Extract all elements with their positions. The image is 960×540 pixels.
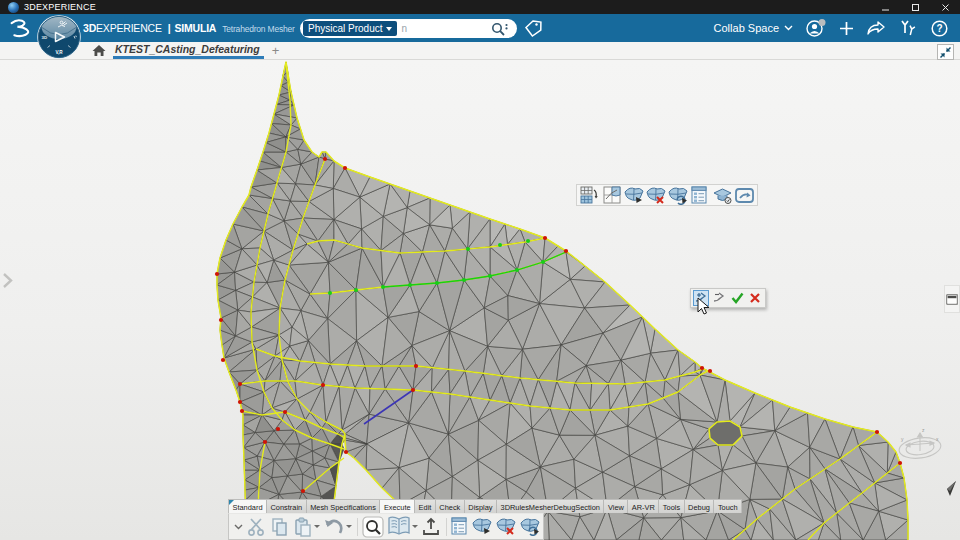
remove-edge-button[interactable]	[711, 290, 727, 306]
search-input[interactable]: n	[401, 23, 491, 34]
svg-text:z: z	[922, 427, 925, 433]
ribbon-tab-execute[interactable]: Execute	[380, 500, 415, 513]
mesher-floating-toolbar	[576, 184, 758, 206]
dropdown-caret-icon	[386, 27, 392, 31]
right-panel-handle[interactable]	[944, 285, 960, 313]
ribbon-tab-touch[interactable]: Touch	[714, 500, 742, 513]
ribbon-tab-constrain[interactable]: Constrain	[267, 500, 307, 513]
document-tab[interactable]: KTEST_CAsting_Defeaturing	[113, 42, 264, 59]
remesh-icon	[472, 517, 493, 536]
ribbon-tab-view[interactable]: View	[604, 500, 628, 513]
remesh-tool-button[interactable]	[471, 515, 495, 539]
export-icon	[421, 517, 441, 537]
copy-icon	[270, 517, 290, 537]
maximize-button[interactable]	[900, 0, 930, 14]
zoom-button[interactable]	[361, 515, 386, 539]
undo-dropdown-caret[interactable]	[346, 525, 352, 528]
surface-partition-button[interactable]	[601, 185, 623, 205]
chevron-down-icon	[784, 25, 793, 31]
cancel-button[interactable]	[747, 290, 763, 306]
ribbon-tab-mesh-specifications[interactable]: Mesh Specifications	[307, 500, 381, 513]
collapse-arrows-icon	[939, 46, 952, 59]
document-tabbar: KTEST_CAsting_Defeaturing +	[0, 42, 960, 60]
tetrahedron-mesh[interactable]	[0, 60, 960, 540]
left-panel-handle[interactable]	[2, 272, 13, 289]
ribbon-tab-edit[interactable]: Edit	[415, 500, 436, 513]
brand-text: 3DEXPERIENCE|SIMULIATetrahedron Mesher	[83, 22, 295, 34]
undo-button[interactable]	[322, 515, 354, 539]
ribbon-tab-display[interactable]: Display	[465, 500, 497, 513]
mesh-transfer-icon	[580, 186, 600, 205]
svg-text:3D: 3D	[42, 35, 48, 40]
close-button[interactable]	[930, 0, 960, 14]
cancel-icon	[749, 292, 761, 304]
help-icon[interactable]: ?	[931, 20, 948, 37]
brand-app: SIMULIA	[174, 22, 216, 34]
toolbar-separator	[446, 518, 447, 536]
replay-icon	[734, 186, 755, 205]
mesh-specification-tool-button[interactable]	[450, 515, 471, 539]
header-actions: Collab Space ?	[714, 19, 960, 37]
exit-fullscreen-button[interactable]	[937, 44, 954, 60]
copy-button[interactable]	[269, 515, 292, 539]
update-mesh-icon	[520, 517, 541, 536]
app-window-icon	[8, 2, 19, 13]
export-button[interactable]	[420, 515, 443, 539]
zoom-icon	[362, 516, 384, 538]
3d-compass[interactable]: V,R 3D	[37, 15, 81, 59]
community-icon[interactable]	[898, 20, 918, 36]
ok-button[interactable]	[729, 290, 745, 306]
ribbon-tab-strip: StandardConstrainMesh SpecificationsExec…	[228, 499, 742, 513]
app-role-name: Tetrahedron Mesher	[222, 24, 294, 34]
update-mesh-button[interactable]	[667, 185, 689, 205]
mesh-specification-button[interactable]	[689, 185, 711, 205]
learning-icon	[712, 186, 733, 205]
learning-button[interactable]	[711, 185, 733, 205]
brand-separator: |	[168, 22, 171, 34]
search-bar[interactable]: Physical Product n	[300, 19, 517, 38]
paste-button[interactable]	[292, 515, 322, 539]
svg-text:V,R: V,R	[55, 50, 63, 55]
3d-viewport[interactable]: z x y	[0, 60, 960, 540]
cut-icon	[247, 517, 267, 537]
home-icon[interactable]	[92, 44, 106, 57]
ribbon-tab-3drulesmesherdebugsection[interactable]: 3DRulesMesherDebugSection	[497, 500, 604, 513]
ribbon-toolbar	[228, 513, 544, 540]
ribbon-tab-debug[interactable]: Debug	[685, 500, 715, 513]
delete-mesh-tool-button[interactable]	[495, 515, 519, 539]
delete-mesh-button[interactable]	[645, 185, 667, 205]
mesh-specification-icon	[691, 186, 709, 205]
minimize-button[interactable]	[870, 0, 900, 14]
ribbon-tab-standard[interactable]: Standard	[229, 500, 267, 513]
ribbon-tab-tools[interactable]: Tools	[659, 500, 684, 513]
toolbar-collapse-button[interactable]	[229, 515, 246, 539]
update-mesh-icon	[668, 186, 689, 205]
paste-dropdown-caret[interactable]	[314, 525, 320, 528]
toolbar-separator	[357, 518, 358, 536]
paste-icon	[293, 517, 313, 537]
share-icon[interactable]	[867, 21, 885, 35]
mesh-transfer-button[interactable]	[579, 185, 601, 205]
catalog-button[interactable]	[386, 515, 420, 539]
ok-icon	[731, 292, 744, 304]
pen-cursor	[941, 480, 957, 497]
toolbar-collapse-icon	[233, 523, 244, 531]
user-avatar-icon[interactable]	[806, 19, 826, 37]
update-mesh-tool-button[interactable]	[519, 515, 543, 539]
cut-button[interactable]	[246, 515, 269, 539]
search-scope-dropdown[interactable]: Physical Product	[303, 21, 397, 36]
replay-button[interactable]	[733, 185, 755, 205]
svg-text:y: y	[901, 436, 904, 442]
catalog-icon	[387, 516, 411, 537]
undo-icon	[323, 517, 345, 537]
catalog-dropdown-caret[interactable]	[412, 525, 418, 528]
collab-space-selector[interactable]: Collab Space	[714, 22, 793, 34]
add-icon[interactable]	[839, 21, 854, 36]
remesh-button[interactable]	[623, 185, 645, 205]
ribbon-tab-check[interactable]: Check	[436, 500, 465, 513]
svg-text:?: ?	[936, 23, 942, 34]
search-icon[interactable]	[491, 22, 511, 36]
tag-icon[interactable]	[524, 19, 543, 38]
ribbon-tab-ar-vr[interactable]: AR-VR	[628, 500, 659, 513]
new-tab-button[interactable]: +	[272, 43, 280, 58]
